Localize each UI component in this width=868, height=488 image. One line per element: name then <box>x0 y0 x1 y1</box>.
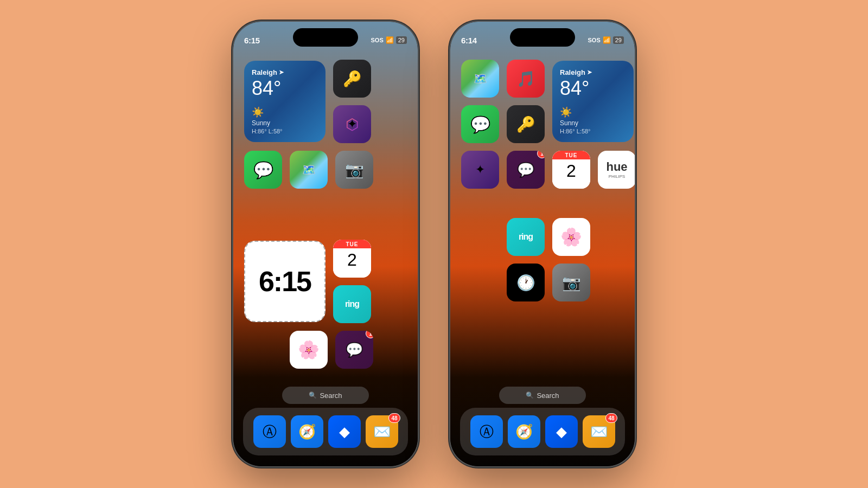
weather-temp-1: 84° <box>252 79 318 98</box>
cal-day-1: 2 <box>347 249 357 270</box>
spacer-2 <box>461 196 624 218</box>
passwords-icon-1[interactable]: 🔑 <box>333 60 371 98</box>
slack-icon-2[interactable]: 💬 1 <box>507 151 545 189</box>
camera-icon-2[interactable]: 📷 <box>552 264 590 301</box>
music-icon-2[interactable]: 🎵 <box>507 60 545 98</box>
wifi-icon-1: 📶 <box>386 36 394 44</box>
hue-icon-2[interactable]: hue PHILIPS <box>598 151 635 189</box>
calendar-icon-2[interactable]: TUE 2 <box>552 151 590 189</box>
slack-badge-1: 1 <box>366 331 373 338</box>
spark-dock-1[interactable]: ✉️ 48 <box>366 415 398 448</box>
icon-col-4: 🎵 🔑 <box>507 60 545 143</box>
phone-1-screen: 6:15 SOS 📶 29 Raleigh ➤ 84° <box>233 22 418 466</box>
icon-col-3: 🗺️ 💬 <box>461 60 499 143</box>
calendar-icon-1[interactable]: TUE 2 <box>333 240 371 278</box>
wifi-icon-2: 📶 <box>603 36 611 44</box>
ring-icon-1[interactable]: ring <box>333 285 371 323</box>
search-bar-1[interactable]: 🔍 Search <box>282 387 369 404</box>
clock-icon-2[interactable]: 🕐 <box>507 264 545 301</box>
spark-badge-1: 48 <box>388 413 400 423</box>
weather-city-2: Raleigh ➤ <box>560 68 626 76</box>
dock-1: Ⓐ 🧭 ◆ ✉️ 48 <box>243 408 408 455</box>
battery-icon-1: 29 <box>396 36 407 44</box>
app-row-1-2: 💬 🗺️ 📷 <box>244 151 407 189</box>
apps-area-1: Raleigh ➤ 84° ☀️ Sunny H:86° L:58° <box>233 54 418 412</box>
status-icons-2: SOS 📶 29 <box>588 36 624 44</box>
weather-city-1: Raleigh ➤ <box>252 68 318 76</box>
clock-widget-1[interactable]: 6:15 <box>244 241 326 322</box>
apps-area-2: 🗺️ 💬 🎵 🔑 <box>450 54 635 412</box>
slack-icon-1[interactable]: 💬 1 <box>335 331 373 369</box>
weather-bottom-1: ☀️ Sunny H:86° L:58° <box>252 106 318 134</box>
status-icons-1: SOS 📶 29 <box>371 36 407 44</box>
appstore-dock-2[interactable]: Ⓐ <box>470 415 503 448</box>
search-label-1: Search <box>320 391 342 400</box>
maps-icon-2[interactable]: 🗺️ <box>461 60 499 98</box>
photos-icon-2[interactable]: 🌸 <box>552 218 590 256</box>
weather-condition-2: Sunny <box>560 119 626 127</box>
weather-widget-2[interactable]: Raleigh ➤ 84° ☀️ Sunny H:86° L:58° <box>552 61 634 142</box>
weather-hilo-1: H:86° L:58° <box>252 128 318 134</box>
weather-bottom-2: ☀️ Sunny H:86° L:58° <box>560 106 626 134</box>
app-row-1-3: 6:15 TUE 2 ring <box>244 240 407 323</box>
cal-day-2: 2 <box>566 160 576 181</box>
status-time-1: 6:15 <box>244 36 260 45</box>
spark-badge-2: 48 <box>605 413 617 423</box>
app-row-2-2: ✦ 💬 1 TUE 2 hue PHILIPS <box>461 151 624 189</box>
sos-label-1: SOS <box>371 37 384 43</box>
sos-label-2: SOS <box>588 37 601 43</box>
photos-icon-1[interactable]: 🌸 <box>290 331 328 369</box>
search-bar-2[interactable]: 🔍 Search <box>499 387 586 404</box>
shortcuts-icon-2[interactable]: ✦ <box>461 151 499 189</box>
weather-condition-1: Sunny <box>252 119 318 127</box>
camera-icon-1[interactable]: 📷 <box>335 151 373 189</box>
dynamic-island-2 <box>510 28 575 47</box>
app-row-1-4: 🌸 💬 1 <box>290 331 407 369</box>
dock-2: Ⓐ 🧭 ◆ ✉️ 48 <box>460 408 625 455</box>
search-icon-1: 🔍 <box>309 391 317 399</box>
maps-icon-1[interactable]: 🗺️ <box>290 151 328 189</box>
dropbox-dock-2[interactable]: ◆ <box>545 415 578 448</box>
battery-icon-2: 29 <box>613 36 624 44</box>
shortcuts-icon-1[interactable]: ⬡ ✦ <box>333 105 371 143</box>
search-icon-2: 🔍 <box>526 391 534 399</box>
clock-display-1: 6:15 <box>259 267 311 296</box>
safari-dock-2[interactable]: 🧭 <box>508 415 540 448</box>
spark-dock-2[interactable]: ✉️ 48 <box>583 415 615 448</box>
app-row-2-4: 🕐 📷 <box>507 264 624 301</box>
messages-icon-1[interactable]: 💬 <box>244 151 282 189</box>
sun-icon-2: ☀️ <box>560 106 626 118</box>
passwords-icon-2[interactable]: 🔑 <box>507 105 545 143</box>
phone-2: 6:14 SOS 📶 29 🗺️ 💬 <box>450 22 635 466</box>
weather-temp-2: 84° <box>560 79 626 98</box>
icon-col-1: 🔑 ⬡ ✦ <box>333 60 371 143</box>
appstore-dock-1[interactable]: Ⓐ <box>253 415 286 448</box>
icon-col-2: TUE 2 ring <box>333 240 371 323</box>
spacer-1 <box>244 196 407 240</box>
phone-2-screen: 6:14 SOS 📶 29 🗺️ 💬 <box>450 22 635 466</box>
app-row-2-1: 🗺️ 💬 🎵 🔑 <box>461 60 624 143</box>
dynamic-island-1 <box>293 28 358 47</box>
status-time-2: 6:14 <box>461 36 477 45</box>
ring-icon-2[interactable]: ring <box>507 218 545 256</box>
slack-badge-2: 1 <box>537 151 545 158</box>
cal-header-1: TUE <box>333 240 371 248</box>
phone-1: 6:15 SOS 📶 29 Raleigh ➤ 84° <box>233 22 418 466</box>
messages-icon-2[interactable]: 💬 <box>461 105 499 143</box>
weather-widget-1[interactable]: Raleigh ➤ 84° ☀️ Sunny H:86° L:58° <box>244 61 326 142</box>
cal-header-2: TUE <box>552 151 590 159</box>
dropbox-dock-1[interactable]: ◆ <box>328 415 361 448</box>
search-label-2: Search <box>537 391 559 400</box>
weather-hilo-2: H:86° L:58° <box>560 128 626 134</box>
app-row-1-1: Raleigh ➤ 84° ☀️ Sunny H:86° L:58° <box>244 60 407 143</box>
sun-icon-1: ☀️ <box>252 106 318 118</box>
app-row-2-3: ring 🌸 <box>507 218 624 256</box>
safari-dock-1[interactable]: 🧭 <box>291 415 323 448</box>
